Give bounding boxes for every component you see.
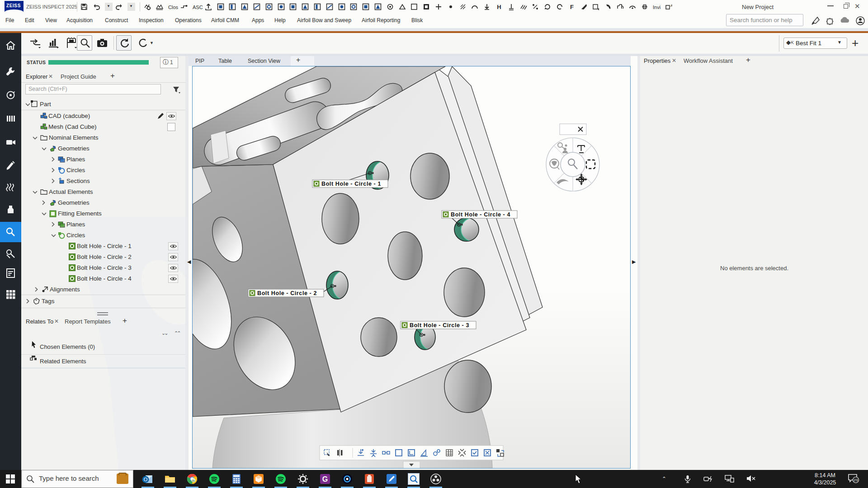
svg-text:A: A	[670, 4, 672, 8]
svg-text:H: H	[497, 4, 501, 10]
svg-text:Bolt Hole - Circle - 4: Bolt Hole - Circle - 4	[451, 211, 510, 218]
svg-text:R: R	[192, 479, 195, 483]
svg-text:F: F	[570, 4, 574, 10]
svg-text:G: G	[322, 475, 328, 483]
svg-text:O: O	[144, 477, 148, 482]
svg-text:Bolt Hole - Circle - 1: Bolt Hole - Circle - 1	[321, 181, 381, 187]
svg-text:Bolt Hole - Circle - 3: Bolt Hole - Circle - 3	[410, 322, 469, 328]
svg-text:23: 23	[854, 478, 858, 482]
svg-text:Bolt Hole - Circle - 2: Bolt Hole - Circle - 2	[257, 290, 317, 296]
